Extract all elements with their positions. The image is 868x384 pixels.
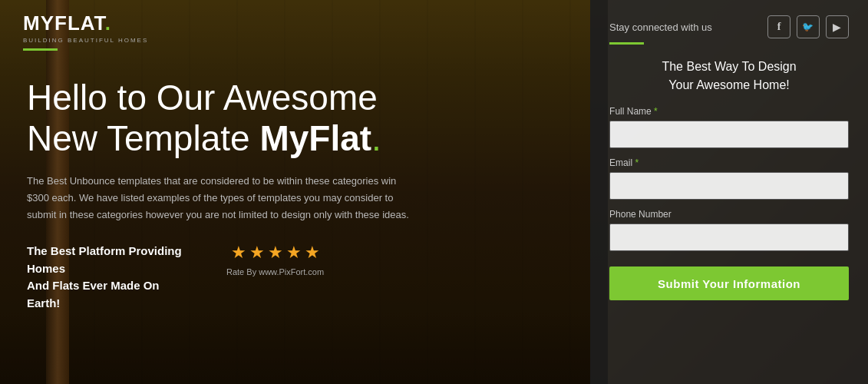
rating-section: ★ ★ ★ ★ ★ Rate By www.PixFort.com [226,243,324,276]
email-group: Email * [609,157,849,200]
phone-group: Phone Number [609,209,849,251]
email-input[interactable] [609,172,849,200]
logo-underline [23,48,58,51]
star-2: ★ [249,243,265,263]
logo: MYFLAT. BUILDING BEAUTIFUL HOMES [23,12,148,51]
full-name-group: Full Name * [609,106,849,148]
headline-dot: . [371,118,381,158]
headline-part2: New Template [27,118,259,158]
social-icons: f 🐦 ▶ [767,15,849,38]
right-panel: Stay connected with us f 🐦 ▶ The Best Wa… [590,0,868,384]
full-name-label: Full Name * [609,106,849,117]
rate-by-label: Rate By www.PixFort.com [226,267,324,276]
logo-text: MYFLAT. [23,12,148,35]
form-title: The Best Way To Design Your Awesome Home… [609,58,849,94]
headline-brand: MyFlat [259,118,371,158]
form-title-line1: The Best Way To Design [662,60,796,73]
star-3: ★ [268,243,283,263]
star-1: ★ [231,243,246,263]
phone-input[interactable] [609,223,849,251]
youtube-icon[interactable]: ▶ [826,15,849,38]
star-4: ★ [286,243,302,263]
star-5: ★ [305,243,320,263]
logo-dot: . [105,12,111,35]
phone-label-text: Phone Number [609,209,672,220]
email-label: Email * [609,157,849,168]
headline: Hello to Our Awesome New Template MyFlat… [27,78,567,159]
full-name-label-text: Full Name [609,106,652,117]
bottom-text: The Best Platform Providing Homes And Fl… [27,243,196,312]
headline-part1: Hello to Our Awesome [27,78,378,118]
submit-button[interactable]: Submit Your Information [609,266,849,300]
main-content: Hello to Our Awesome New Template MyFlat… [0,62,590,327]
logo-tagline: BUILDING BEAUTIFUL HOMES [23,37,148,44]
social-label: Stay connected with us [609,22,712,33]
bottom-text-line1: The Best Platform Providing Homes [27,244,182,275]
hero-description: The Best Unbounce templates that are con… [27,173,411,223]
twitter-icon[interactable]: 🐦 [797,15,820,38]
bottom-text-line2: And Flats Ever Made On Earth! [27,279,160,310]
email-label-text: Email [609,157,632,168]
form-title-line2: Your Awesome Home! [668,78,789,91]
right-panel-underline [609,42,644,45]
header: MYFLAT. BUILDING BEAUTIFUL HOMES [0,0,590,62]
facebook-icon[interactable]: f [767,15,790,38]
stars-container: ★ ★ ★ ★ ★ [231,243,320,263]
phone-label: Phone Number [609,209,849,220]
full-name-input[interactable] [609,121,849,148]
logo-name: MYFLAT [23,12,105,35]
bottom-section: The Best Platform Providing Homes And Fl… [27,243,567,312]
